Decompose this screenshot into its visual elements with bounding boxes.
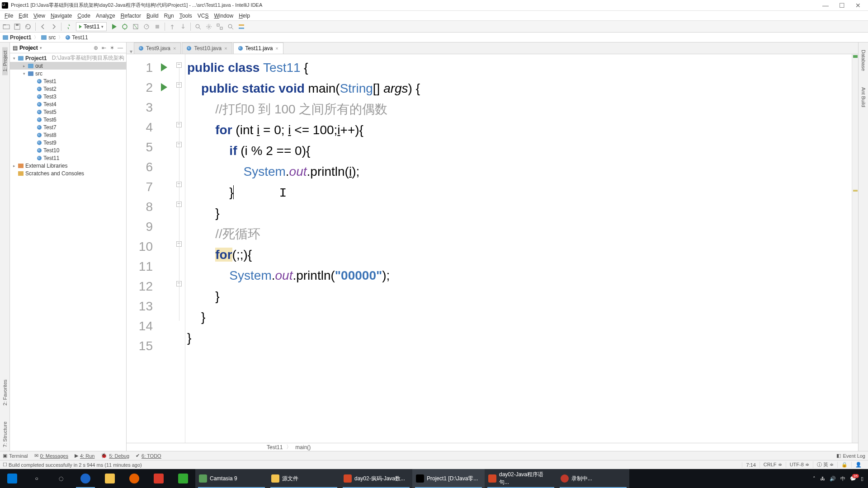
menu-help[interactable]: Help [236, 12, 253, 20]
back-icon[interactable] [39, 23, 47, 30]
run-button[interactable] [110, 23, 118, 30]
tray-ime-icon[interactable]: 中 [840, 475, 845, 482]
tree-file[interactable]: Test6 [10, 116, 126, 123]
close-icon[interactable]: × [173, 46, 176, 51]
menu-file[interactable]: File [2, 12, 16, 20]
tab-database[interactable]: Database [861, 46, 866, 75]
refresh-icon[interactable] [24, 23, 32, 30]
collapse-icon[interactable]: ⇤ [101, 45, 107, 51]
debug-button[interactable] [121, 23, 128, 30]
vcs-update-icon[interactable] [169, 23, 176, 30]
menu-vcs[interactable]: VCS [195, 12, 212, 20]
tree-file[interactable]: Test3 [10, 93, 126, 100]
tree-file[interactable]: Test4 [10, 100, 126, 108]
close-icon[interactable]: × [275, 46, 278, 51]
task-camtasia[interactable]: Camtasia 9 [195, 469, 268, 488]
tree-file[interactable]: Test9 [10, 139, 126, 146]
menu-build[interactable]: Build [144, 12, 161, 20]
start-button[interactable] [0, 469, 24, 488]
target-icon[interactable]: ⊕ [93, 45, 99, 51]
minimize-button[interactable]: — [821, 2, 830, 9]
project-tree[interactable]: ▾Project1 D:\Java零基础到项目系统架构 ▸out ▾src Te… [10, 53, 126, 451]
caret-position[interactable]: 7:14 [742, 462, 759, 468]
structure-icon[interactable] [216, 23, 223, 30]
tree-file[interactable]: Test1 [10, 77, 126, 85]
code-text[interactable]: public class Test11 { public static void… [185, 54, 852, 443]
tree-root[interactable]: ▾Project1 D:\Java零基础到项目系统架构 [10, 54, 126, 62]
warning-mark[interactable] [853, 190, 858, 192]
inspect-icon[interactable]: 👤 [851, 462, 865, 468]
gear-icon[interactable]: ✶ [109, 45, 115, 51]
menu-navigate[interactable]: Navigate [48, 12, 75, 20]
system-tray[interactable]: ˄ 🖧 🔊 中 💬35 ▯ [808, 475, 868, 482]
task-ppt2[interactable]: day02-Java程序语句... [485, 469, 557, 488]
edge-button[interactable] [73, 469, 98, 488]
task-ppt[interactable]: day02-疯码-Java数... [340, 469, 412, 488]
tree-file[interactable]: Test7 [10, 123, 126, 131]
search-button[interactable]: ○ [24, 469, 49, 488]
window-icon[interactable]: ☐ [3, 462, 7, 468]
open-icon[interactable] [3, 23, 10, 30]
close-button[interactable]: ✕ [854, 2, 863, 9]
menu-code[interactable]: Code [75, 12, 93, 20]
firefox-button[interactable] [122, 469, 146, 488]
tree-file[interactable]: Test5 [10, 108, 126, 116]
build-icon[interactable] [65, 23, 72, 30]
vcs-commit-icon[interactable] [179, 23, 187, 30]
tab-ant[interactable]: Ant Build [861, 84, 866, 111]
tab-project[interactable]: 1: Project [2, 47, 8, 75]
misc-button[interactable] [171, 469, 195, 488]
profile-button[interactable] [143, 23, 150, 30]
tab-favorites[interactable]: 2: Favorites [2, 376, 8, 409]
save-icon[interactable] [14, 23, 21, 30]
tree-file[interactable]: Test11 [10, 154, 126, 162]
run-config-combo[interactable]: Test11 ▾ [76, 22, 107, 31]
tree-scratches[interactable]: Scratches and Consoles [10, 169, 126, 177]
tray-notify-icon[interactable]: 💬35 [850, 476, 856, 482]
task-folder[interactable]: 源文件 [268, 469, 340, 488]
more-icon[interactable] [238, 23, 245, 30]
tw-eventlog[interactable]: ◧ Event Log [836, 453, 865, 459]
coverage-button[interactable] [132, 23, 139, 30]
forward-icon[interactable] [50, 23, 57, 30]
tree-libs[interactable]: ▸External Libraries [10, 162, 126, 169]
error-stripe[interactable] [852, 54, 858, 443]
maximize-button[interactable]: ☐ [837, 2, 846, 9]
ime-status[interactable]: ⓘ 英 ≑ [813, 461, 837, 468]
menu-edit[interactable]: Edit [16, 12, 31, 20]
wps-button[interactable] [146, 469, 171, 488]
crumb-src[interactable]: src [41, 34, 56, 41]
chevron-down-icon[interactable]: ▾ [40, 46, 42, 50]
menu-view[interactable]: View [31, 12, 48, 20]
line-ending[interactable]: CRLF ≑ [760, 462, 786, 468]
search-icon[interactable] [194, 23, 202, 30]
close-icon[interactable]: × [224, 46, 227, 51]
menu-tools[interactable]: Tools [177, 12, 195, 20]
menu-analyze[interactable]: Analyze [93, 12, 118, 20]
tab-test10[interactable]: Test10.java× [182, 42, 232, 54]
tree-folder-src[interactable]: ▾src [10, 70, 126, 77]
code-editor[interactable]: 123456789101112131415 public class Test1… [127, 54, 858, 443]
crumb-project[interactable]: Project1 [3, 34, 31, 41]
explorer-button[interactable] [98, 469, 122, 488]
tw-messages[interactable]: ✉ 0: Messages [34, 453, 68, 459]
lock-icon[interactable]: 🔒 [837, 462, 851, 468]
tree-file[interactable]: Test2 [10, 85, 126, 93]
encoding[interactable]: UTF-8 ≑ [786, 462, 813, 468]
tw-debug[interactable]: 🐞 5: Debug [101, 453, 129, 459]
task-idea[interactable]: Project1 [D:\Java零... [412, 469, 485, 488]
tab-list-icon[interactable]: ▾ [128, 48, 134, 54]
crumb-class[interactable]: Test11 [267, 444, 283, 450]
tree-folder-out[interactable]: ▸out [10, 62, 126, 70]
tray-net-icon[interactable]: 🖧 [820, 476, 825, 481]
run-line-icon[interactable] [161, 63, 167, 71]
tab-structure[interactable]: 7: Structure [2, 418, 8, 451]
tray-vol-icon[interactable]: 🔊 [830, 476, 836, 482]
tab-test11[interactable]: Test11.java× [233, 42, 283, 54]
tray-desktop-icon[interactable]: ▯ [861, 476, 863, 482]
tree-file[interactable]: Test10 [10, 146, 126, 154]
crumb-method[interactable]: main() [295, 444, 311, 450]
crumb-file[interactable]: Test11 [66, 34, 88, 41]
tw-terminal[interactable]: ▣ Terminal [3, 453, 28, 459]
tray-chevron-icon[interactable]: ˄ [813, 476, 816, 482]
